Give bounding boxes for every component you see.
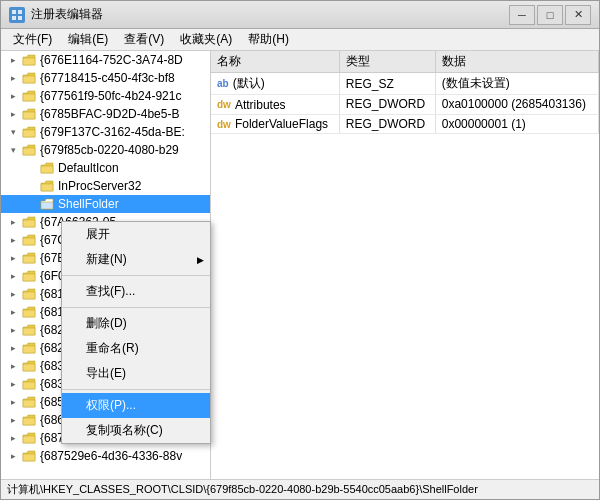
expand-icon bbox=[23, 178, 39, 194]
folder-icon bbox=[21, 359, 37, 373]
tree-item[interactable]: ▾ {679f85cb-0220-4080-b29 bbox=[1, 141, 210, 159]
expand-icon: ▾ bbox=[5, 124, 21, 140]
minimize-button[interactable]: ─ bbox=[509, 5, 535, 25]
folder-icon bbox=[39, 179, 55, 193]
folder-icon bbox=[21, 269, 37, 283]
context-menu-separator bbox=[62, 389, 210, 390]
cell-type: REG_DWORD bbox=[339, 114, 435, 134]
context-menu-item[interactable]: 新建(N) bbox=[62, 247, 210, 272]
folder-icon bbox=[21, 53, 37, 67]
status-text: 计算机\HKEY_CLASSES_ROOT\CLSID\{679f85cb-02… bbox=[7, 482, 478, 497]
menu-help[interactable]: 帮助(H) bbox=[240, 29, 297, 50]
tree-label: {676E1164-752C-3A74-8D bbox=[40, 53, 183, 67]
folder-icon bbox=[21, 449, 37, 463]
context-menu-item[interactable]: 导出(E) bbox=[62, 361, 210, 386]
close-button[interactable]: ✕ bbox=[565, 5, 591, 25]
expand-icon: ▸ bbox=[5, 232, 21, 248]
expand-icon: ▾ bbox=[5, 142, 21, 158]
tree-label: ShellFolder bbox=[58, 197, 119, 211]
expand-icon bbox=[23, 160, 39, 176]
context-menu-separator bbox=[62, 307, 210, 308]
folder-icon bbox=[21, 89, 37, 103]
menu-edit[interactable]: 编辑(E) bbox=[60, 29, 116, 50]
tree-label: InProcServer32 bbox=[58, 179, 141, 193]
context-menu-separator bbox=[62, 275, 210, 276]
tree-item[interactable]: ▸ {676E1164-752C-3A74-8D bbox=[1, 51, 210, 69]
folder-icon bbox=[21, 413, 37, 427]
folder-icon bbox=[21, 251, 37, 265]
folder-icon bbox=[21, 71, 37, 85]
folder-icon bbox=[21, 143, 37, 157]
context-menu: 展开新建(N)查找(F)...删除(D)重命名(R)导出(E)权限(P)...复… bbox=[61, 221, 211, 444]
tree-item[interactable]: ▸ {67718415-c450-4f3c-bf8 bbox=[1, 69, 210, 87]
cell-data: 0x00000001 (1) bbox=[435, 114, 598, 134]
folder-icon bbox=[21, 107, 37, 121]
window-controls: ─ □ ✕ bbox=[509, 5, 591, 25]
app-icon bbox=[9, 7, 25, 23]
tree-label: {6785BFAC-9D2D-4be5-B bbox=[40, 107, 179, 121]
expand-icon: ▸ bbox=[5, 340, 21, 356]
title-bar: 注册表编辑器 ─ □ ✕ bbox=[1, 1, 599, 29]
expand-icon bbox=[23, 196, 39, 212]
context-menu-item[interactable]: 权限(P)... bbox=[62, 393, 210, 418]
svg-rect-0 bbox=[12, 10, 16, 14]
context-menu-item[interactable]: 展开 bbox=[62, 222, 210, 247]
maximize-button[interactable]: □ bbox=[537, 5, 563, 25]
tree-item[interactable]: ▾ {679F137C-3162-45da-BE: bbox=[1, 123, 210, 141]
col-data: 数据 bbox=[435, 51, 598, 73]
main-window: 注册表编辑器 ─ □ ✕ 文件(F) 编辑(E) 查看(V) 收藏夹(A) 帮助… bbox=[0, 0, 600, 500]
expand-icon: ▸ bbox=[5, 214, 21, 230]
context-menu-item[interactable]: 查找(F)... bbox=[62, 279, 210, 304]
menu-view[interactable]: 查看(V) bbox=[116, 29, 172, 50]
folder-icon bbox=[21, 395, 37, 409]
menu-bar: 文件(F) 编辑(E) 查看(V) 收藏夹(A) 帮助(H) bbox=[1, 29, 599, 51]
cell-name: dw FolderValueFlags bbox=[211, 114, 339, 134]
folder-icon bbox=[21, 287, 37, 301]
svg-rect-3 bbox=[18, 16, 22, 20]
tree-item[interactable]: ShellFolder bbox=[1, 195, 210, 213]
cell-type: REG_SZ bbox=[339, 73, 435, 95]
tree-item[interactable]: ▸ {6785BFAC-9D2D-4be5-B bbox=[1, 105, 210, 123]
expand-icon: ▸ bbox=[5, 70, 21, 86]
expand-icon: ▸ bbox=[5, 88, 21, 104]
folder-icon bbox=[21, 305, 37, 319]
table-row[interactable]: dw FolderValueFlagsREG_DWORD0x00000001 (… bbox=[211, 114, 599, 134]
context-menu-item[interactable]: 复制项名称(C) bbox=[62, 418, 210, 443]
tree-label: {67718415-c450-4f3c-bf8 bbox=[40, 71, 175, 85]
context-menu-item[interactable]: 重命名(R) bbox=[62, 336, 210, 361]
expand-icon: ▸ bbox=[5, 52, 21, 68]
cell-data: (数值未设置) bbox=[435, 73, 598, 95]
menu-file[interactable]: 文件(F) bbox=[5, 29, 60, 50]
expand-icon: ▸ bbox=[5, 376, 21, 392]
tree-item[interactable]: DefaultIcon bbox=[1, 159, 210, 177]
context-menu-item[interactable]: 删除(D) bbox=[62, 311, 210, 336]
folder-icon bbox=[21, 233, 37, 247]
folder-icon bbox=[39, 197, 55, 211]
cell-data: 0xa0100000 (2685403136) bbox=[435, 95, 598, 115]
tree-item[interactable]: ▸ {677561f9-50fc-4b24-921c bbox=[1, 87, 210, 105]
table-row[interactable]: dw AttributesREG_DWORD0xa0100000 (268540… bbox=[211, 95, 599, 115]
status-bar: 计算机\HKEY_CLASSES_ROOT\CLSID\{679f85cb-02… bbox=[1, 479, 599, 499]
table-row[interactable]: ab (默认)REG_SZ(数值未设置) bbox=[211, 73, 599, 95]
tree-label: {679f85cb-0220-4080-b29 bbox=[40, 143, 179, 157]
folder-icon bbox=[21, 377, 37, 391]
cell-type: REG_DWORD bbox=[339, 95, 435, 115]
cell-name: ab (默认) bbox=[211, 73, 339, 95]
expand-icon: ▸ bbox=[5, 448, 21, 464]
tree-label: {677561f9-50fc-4b24-921c bbox=[40, 89, 181, 103]
tree-item[interactable]: InProcServer32 bbox=[1, 177, 210, 195]
detail-table: 名称 类型 数据 ab (默认)REG_SZ(数值未设置)dw Attribut… bbox=[211, 51, 599, 134]
expand-icon: ▸ bbox=[5, 394, 21, 410]
tree-item[interactable]: ▸ {687529e6-4d36-4336-88v bbox=[1, 447, 210, 465]
menu-favorites[interactable]: 收藏夹(A) bbox=[172, 29, 240, 50]
svg-rect-1 bbox=[18, 10, 22, 14]
expand-icon: ▸ bbox=[5, 268, 21, 284]
folder-icon bbox=[21, 323, 37, 337]
window-title: 注册表编辑器 bbox=[31, 6, 509, 23]
expand-icon: ▸ bbox=[5, 430, 21, 446]
cell-name: dw Attributes bbox=[211, 95, 339, 115]
expand-icon: ▸ bbox=[5, 412, 21, 428]
main-area: ▸ {676E1164-752C-3A74-8D▸ {67718415-c450… bbox=[1, 51, 599, 479]
tree-label: {679F137C-3162-45da-BE: bbox=[40, 125, 185, 139]
folder-icon bbox=[21, 125, 37, 139]
